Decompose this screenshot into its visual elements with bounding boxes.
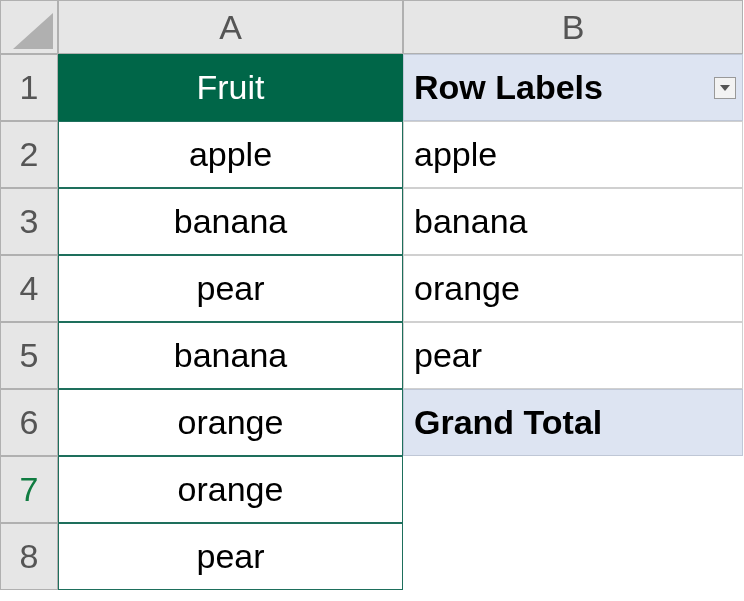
row-header-5[interactable]: 5: [0, 322, 58, 389]
row-header-4[interactable]: 4: [0, 255, 58, 322]
col-header-B[interactable]: B: [403, 0, 743, 54]
filter-dropdown-button[interactable]: [714, 77, 736, 99]
cell-B1-pivot-header[interactable]: Row Labels: [403, 54, 743, 121]
cell-B4[interactable]: orange: [403, 255, 743, 322]
cell-A4[interactable]: pear: [58, 255, 403, 322]
cell-A1-table-header[interactable]: Fruit: [58, 54, 403, 121]
cell-A3[interactable]: banana: [58, 188, 403, 255]
row-header-2[interactable]: 2: [0, 121, 58, 188]
cell-A7[interactable]: orange: [58, 456, 403, 523]
spreadsheet-grid: A B 1 Fruit Row Labels 2 apple apple 3 b…: [0, 0, 744, 590]
pivot-header-label: Row Labels: [414, 68, 603, 107]
row-header-1[interactable]: 1: [0, 54, 58, 121]
row-header-7[interactable]: 7: [0, 456, 58, 523]
cell-B5[interactable]: pear: [403, 322, 743, 389]
cell-B8[interactable]: [403, 523, 743, 590]
row-header-3[interactable]: 3: [0, 188, 58, 255]
cell-A2[interactable]: apple: [58, 121, 403, 188]
select-all-corner[interactable]: [0, 0, 58, 54]
cell-B7[interactable]: [403, 456, 743, 523]
row-header-8[interactable]: 8: [0, 523, 58, 590]
cell-B3[interactable]: banana: [403, 188, 743, 255]
cell-A6[interactable]: orange: [58, 389, 403, 456]
cell-B6-grand-total[interactable]: Grand Total: [403, 389, 743, 456]
cell-B2[interactable]: apple: [403, 121, 743, 188]
col-header-A[interactable]: A: [58, 0, 403, 54]
cell-A8[interactable]: pear: [58, 523, 403, 590]
row-header-6[interactable]: 6: [0, 389, 58, 456]
cell-A5[interactable]: banana: [58, 322, 403, 389]
